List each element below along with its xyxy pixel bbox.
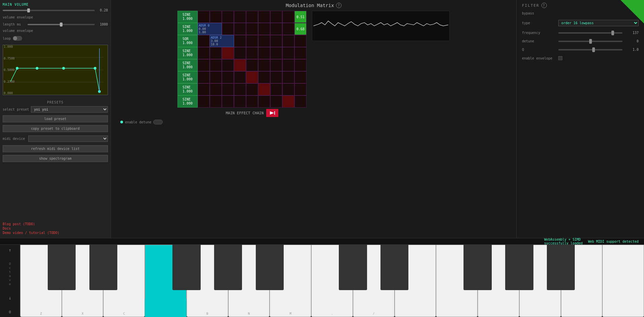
- mod-cell-4-4[interactable]: [234, 47, 246, 59]
- black-key-9[interactable]: [380, 245, 409, 290]
- mod-cell-2-5[interactable]: [246, 23, 258, 35]
- mod-cell-1-5[interactable]: [246, 11, 258, 23]
- mod-cell-2-9[interactable]: 0.68: [294, 23, 307, 35]
- mod-cell-adsr-0[interactable]: ADSR 00.001.80: [198, 23, 222, 35]
- mod-cell-8-4[interactable]: [234, 95, 246, 108]
- type-select[interactable]: order 16 lowpass: [558, 20, 639, 26]
- midi-device-select[interactable]: [28, 135, 108, 142]
- copy-preset-button[interactable]: copy preset to clipboard: [3, 125, 108, 132]
- mod-cell-3-5[interactable]: [246, 35, 258, 47]
- white-key-14[interactable]: [602, 245, 644, 317]
- frequency-slider[interactable]: [558, 32, 622, 34]
- black-key-12[interactable]: [505, 245, 533, 290]
- mod-cell-4-1[interactable]: [198, 47, 210, 59]
- demo-link[interactable]: Demo video / tutorial (TODO): [3, 231, 108, 235]
- mod-source-4[interactable]: SINE1.000: [177, 47, 198, 59]
- mod-cell-4-7[interactable]: [270, 47, 282, 59]
- q-slider[interactable]: [558, 49, 622, 50]
- black-key-13[interactable]: [547, 245, 575, 290]
- octave-down-button[interactable]: ↓: [8, 295, 11, 301]
- mod-source-2[interactable]: SINE1.000: [177, 23, 198, 35]
- mod-cell-6-4[interactable]: [234, 71, 246, 83]
- mod-cell-6-1[interactable]: [198, 71, 210, 83]
- mod-cell-8-8[interactable]: [282, 95, 294, 108]
- black-key-6[interactable]: [256, 245, 284, 290]
- black-key-11[interactable]: [464, 245, 492, 290]
- mod-cell-6-5[interactable]: [246, 71, 258, 83]
- mod-cell-1-9[interactable]: 0.51: [294, 11, 307, 23]
- mod-cell-5-6[interactable]: [258, 59, 270, 71]
- mod-cell-5-3[interactable]: [222, 59, 234, 71]
- mod-cell-7-9[interactable]: [294, 83, 307, 95]
- mod-cell-1-4[interactable]: [234, 11, 246, 23]
- enable-detune-toggle[interactable]: [153, 120, 163, 124]
- mod-cell-6-7[interactable]: [270, 71, 282, 83]
- mod-cell-1-2[interactable]: [210, 11, 222, 23]
- mod-cell-1-7[interactable]: [270, 11, 282, 23]
- mod-source-5[interactable]: SINE1.000: [177, 59, 198, 71]
- black-key-2[interactable]: [89, 245, 118, 290]
- load-preset-button[interactable]: load preset: [3, 115, 108, 122]
- mod-cell-1-3[interactable]: [222, 11, 234, 23]
- filter-help-icon[interactable]: ?: [541, 3, 547, 8]
- docs-link[interactable]: Docs: [3, 227, 108, 230]
- mod-cell-7-2[interactable]: [210, 83, 222, 95]
- mod-cell-2-7[interactable]: [270, 23, 282, 35]
- mod-cell-8-1[interactable]: [198, 95, 210, 108]
- octave-up-button[interactable]: ↑: [8, 247, 11, 253]
- mod-cell-7-7[interactable]: [270, 83, 282, 95]
- black-key-1[interactable]: [48, 245, 76, 290]
- enable-envelope-checkbox[interactable]: [558, 56, 562, 60]
- mod-source-1[interactable]: SINE1.000: [177, 11, 198, 23]
- main-volume-track[interactable]: [3, 10, 95, 11]
- mod-cell-7-5[interactable]: [246, 83, 258, 95]
- mod-cell-3-8[interactable]: [282, 35, 294, 47]
- mod-cell-7-3[interactable]: [222, 83, 234, 95]
- mod-cell-3-1[interactable]: [198, 35, 210, 47]
- length-ms-track[interactable]: [28, 24, 95, 25]
- mod-cell-5-2[interactable]: [210, 59, 222, 71]
- mod-cell-8-2[interactable]: [210, 95, 222, 108]
- mod-source-7[interactable]: SINE1.000: [177, 83, 198, 95]
- mod-cell-4-5[interactable]: [246, 47, 258, 59]
- mod-cell-8-9[interactable]: [294, 95, 307, 108]
- loop-toggle[interactable]: [13, 36, 22, 41]
- envelope-graph[interactable]: 1.000 0.7500 0.5000 0.2500 0.000: [3, 45, 108, 95]
- mod-cell-2-3[interactable]: [222, 23, 234, 35]
- show-spectrogram-button[interactable]: show spectrogram: [3, 155, 108, 162]
- effect-chain-button[interactable]: [266, 109, 278, 117]
- mod-cell-7-8[interactable]: [282, 83, 294, 95]
- black-key-4[interactable]: [172, 245, 201, 290]
- mod-cell-2-4[interactable]: [234, 23, 246, 35]
- mod-cell-7-6[interactable]: [258, 83, 270, 95]
- mod-cell-2-6[interactable]: [258, 23, 270, 35]
- black-key-5[interactable]: [214, 245, 242, 290]
- mod-cell-1-6[interactable]: [258, 11, 270, 23]
- mod-cell-6-8[interactable]: [282, 71, 294, 83]
- mod-cell-4-3[interactable]: [222, 47, 234, 59]
- mod-cell-3-9[interactable]: [294, 35, 307, 47]
- mod-cell-4-6[interactable]: [258, 47, 270, 59]
- mod-cell-3-4[interactable]: [234, 35, 246, 47]
- mod-cell-8-5[interactable]: [246, 95, 258, 108]
- mod-cell-7-4[interactable]: [234, 83, 246, 95]
- mod-cell-4-2[interactable]: [210, 47, 222, 59]
- mod-cell-6-9[interactable]: [294, 71, 307, 83]
- mod-cell-8-7[interactable]: [270, 95, 282, 108]
- mod-cell-6-3[interactable]: [222, 71, 234, 83]
- mod-cell-6-6[interactable]: [258, 71, 270, 83]
- mod-cell-5-7[interactable]: [270, 59, 282, 71]
- mod-source-8[interactable]: SINE1.000: [177, 95, 198, 108]
- mod-cell-5-1[interactable]: [198, 59, 210, 71]
- mod-cell-4-8[interactable]: [282, 47, 294, 59]
- mod-cell-3-7[interactable]: [270, 35, 282, 47]
- mod-cell-2-8[interactable]: [282, 23, 294, 35]
- mod-source-6[interactable]: SINE1.000: [177, 71, 198, 83]
- mod-cell-5-9[interactable]: [294, 59, 307, 71]
- mod-cell-adsr-2[interactable]: ADSR 23.0018.0: [210, 35, 234, 47]
- mod-cell-5-8[interactable]: [282, 59, 294, 71]
- mod-cell-5-5[interactable]: [246, 59, 258, 71]
- mod-cell-1-1[interactable]: [198, 11, 210, 23]
- mod-cell-8-3[interactable]: [222, 95, 234, 108]
- black-key-8[interactable]: [339, 245, 367, 290]
